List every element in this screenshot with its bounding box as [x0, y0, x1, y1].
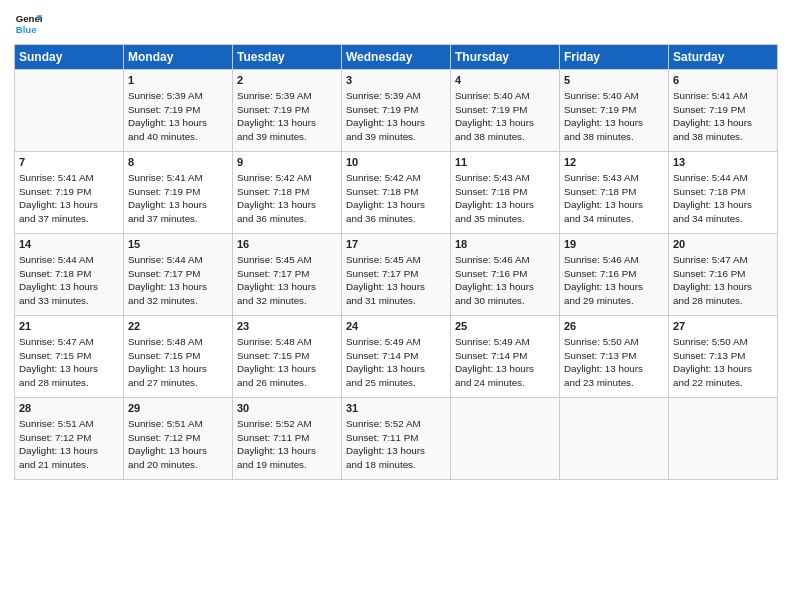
cell-content: Sunrise: 5:43 AM Sunset: 7:18 PM Dayligh…	[455, 171, 555, 225]
cell-content: Sunrise: 5:39 AM Sunset: 7:19 PM Dayligh…	[128, 89, 228, 143]
day-number: 3	[346, 73, 446, 88]
day-number: 21	[19, 319, 119, 334]
cell-content: Sunrise: 5:39 AM Sunset: 7:19 PM Dayligh…	[237, 89, 337, 143]
cell-content: Sunrise: 5:41 AM Sunset: 7:19 PM Dayligh…	[19, 171, 119, 225]
calendar-cell: 10Sunrise: 5:42 AM Sunset: 7:18 PM Dayli…	[342, 152, 451, 234]
day-number: 20	[673, 237, 773, 252]
day-number: 26	[564, 319, 664, 334]
calendar-cell: 22Sunrise: 5:48 AM Sunset: 7:15 PM Dayli…	[124, 316, 233, 398]
day-number: 25	[455, 319, 555, 334]
cell-content: Sunrise: 5:50 AM Sunset: 7:13 PM Dayligh…	[564, 335, 664, 389]
cell-content: Sunrise: 5:51 AM Sunset: 7:12 PM Dayligh…	[19, 417, 119, 471]
calendar-table: SundayMondayTuesdayWednesdayThursdayFrid…	[14, 44, 778, 480]
col-header-tuesday: Tuesday	[233, 45, 342, 70]
page: General Blue SundayMondayTuesdayWednesda…	[0, 0, 792, 612]
col-header-thursday: Thursday	[451, 45, 560, 70]
calendar-week-1: 1Sunrise: 5:39 AM Sunset: 7:19 PM Daylig…	[15, 70, 778, 152]
cell-content: Sunrise: 5:44 AM Sunset: 7:18 PM Dayligh…	[19, 253, 119, 307]
calendar-cell: 14Sunrise: 5:44 AM Sunset: 7:18 PM Dayli…	[15, 234, 124, 316]
day-number: 17	[346, 237, 446, 252]
cell-content: Sunrise: 5:41 AM Sunset: 7:19 PM Dayligh…	[128, 171, 228, 225]
day-number: 18	[455, 237, 555, 252]
cell-content: Sunrise: 5:42 AM Sunset: 7:18 PM Dayligh…	[237, 171, 337, 225]
calendar-cell: 17Sunrise: 5:45 AM Sunset: 7:17 PM Dayli…	[342, 234, 451, 316]
cell-content: Sunrise: 5:47 AM Sunset: 7:16 PM Dayligh…	[673, 253, 773, 307]
calendar-cell: 19Sunrise: 5:46 AM Sunset: 7:16 PM Dayli…	[560, 234, 669, 316]
cell-content: Sunrise: 5:40 AM Sunset: 7:19 PM Dayligh…	[564, 89, 664, 143]
calendar-cell: 5Sunrise: 5:40 AM Sunset: 7:19 PM Daylig…	[560, 70, 669, 152]
cell-content: Sunrise: 5:50 AM Sunset: 7:13 PM Dayligh…	[673, 335, 773, 389]
day-number: 23	[237, 319, 337, 334]
day-number: 1	[128, 73, 228, 88]
day-number: 27	[673, 319, 773, 334]
cell-content: Sunrise: 5:41 AM Sunset: 7:19 PM Dayligh…	[673, 89, 773, 143]
day-number: 11	[455, 155, 555, 170]
day-number: 31	[346, 401, 446, 416]
calendar-cell: 12Sunrise: 5:43 AM Sunset: 7:18 PM Dayli…	[560, 152, 669, 234]
calendar-cell: 30Sunrise: 5:52 AM Sunset: 7:11 PM Dayli…	[233, 398, 342, 480]
calendar-cell: 2Sunrise: 5:39 AM Sunset: 7:19 PM Daylig…	[233, 70, 342, 152]
cell-content: Sunrise: 5:44 AM Sunset: 7:18 PM Dayligh…	[673, 171, 773, 225]
day-number: 19	[564, 237, 664, 252]
calendar-cell: 15Sunrise: 5:44 AM Sunset: 7:17 PM Dayli…	[124, 234, 233, 316]
day-number: 12	[564, 155, 664, 170]
logo-icon: General Blue	[14, 10, 42, 38]
cell-content: Sunrise: 5:48 AM Sunset: 7:15 PM Dayligh…	[237, 335, 337, 389]
cell-content: Sunrise: 5:43 AM Sunset: 7:18 PM Dayligh…	[564, 171, 664, 225]
day-number: 15	[128, 237, 228, 252]
day-number: 10	[346, 155, 446, 170]
calendar-cell: 1Sunrise: 5:39 AM Sunset: 7:19 PM Daylig…	[124, 70, 233, 152]
day-number: 28	[19, 401, 119, 416]
calendar-cell: 31Sunrise: 5:52 AM Sunset: 7:11 PM Dayli…	[342, 398, 451, 480]
day-number: 2	[237, 73, 337, 88]
calendar-week-5: 28Sunrise: 5:51 AM Sunset: 7:12 PM Dayli…	[15, 398, 778, 480]
day-number: 14	[19, 237, 119, 252]
svg-text:Blue: Blue	[16, 24, 37, 35]
calendar-cell: 4Sunrise: 5:40 AM Sunset: 7:19 PM Daylig…	[451, 70, 560, 152]
calendar-cell: 13Sunrise: 5:44 AM Sunset: 7:18 PM Dayli…	[669, 152, 778, 234]
col-header-saturday: Saturday	[669, 45, 778, 70]
calendar-week-3: 14Sunrise: 5:44 AM Sunset: 7:18 PM Dayli…	[15, 234, 778, 316]
day-number: 16	[237, 237, 337, 252]
calendar-cell: 8Sunrise: 5:41 AM Sunset: 7:19 PM Daylig…	[124, 152, 233, 234]
cell-content: Sunrise: 5:45 AM Sunset: 7:17 PM Dayligh…	[346, 253, 446, 307]
calendar-cell: 16Sunrise: 5:45 AM Sunset: 7:17 PM Dayli…	[233, 234, 342, 316]
col-header-wednesday: Wednesday	[342, 45, 451, 70]
calendar-cell: 7Sunrise: 5:41 AM Sunset: 7:19 PM Daylig…	[15, 152, 124, 234]
calendar-cell: 29Sunrise: 5:51 AM Sunset: 7:12 PM Dayli…	[124, 398, 233, 480]
cell-content: Sunrise: 5:52 AM Sunset: 7:11 PM Dayligh…	[346, 417, 446, 471]
day-number: 24	[346, 319, 446, 334]
calendar-cell: 24Sunrise: 5:49 AM Sunset: 7:14 PM Dayli…	[342, 316, 451, 398]
calendar-cell: 21Sunrise: 5:47 AM Sunset: 7:15 PM Dayli…	[15, 316, 124, 398]
calendar-cell	[560, 398, 669, 480]
cell-content: Sunrise: 5:49 AM Sunset: 7:14 PM Dayligh…	[346, 335, 446, 389]
day-number: 13	[673, 155, 773, 170]
day-number: 7	[19, 155, 119, 170]
calendar-cell: 11Sunrise: 5:43 AM Sunset: 7:18 PM Dayli…	[451, 152, 560, 234]
col-header-friday: Friday	[560, 45, 669, 70]
cell-content: Sunrise: 5:49 AM Sunset: 7:14 PM Dayligh…	[455, 335, 555, 389]
calendar-cell: 18Sunrise: 5:46 AM Sunset: 7:16 PM Dayli…	[451, 234, 560, 316]
calendar-cell: 23Sunrise: 5:48 AM Sunset: 7:15 PM Dayli…	[233, 316, 342, 398]
calendar-cell: 9Sunrise: 5:42 AM Sunset: 7:18 PM Daylig…	[233, 152, 342, 234]
day-number: 5	[564, 73, 664, 88]
cell-content: Sunrise: 5:40 AM Sunset: 7:19 PM Dayligh…	[455, 89, 555, 143]
day-number: 6	[673, 73, 773, 88]
cell-content: Sunrise: 5:48 AM Sunset: 7:15 PM Dayligh…	[128, 335, 228, 389]
cell-content: Sunrise: 5:39 AM Sunset: 7:19 PM Dayligh…	[346, 89, 446, 143]
col-header-monday: Monday	[124, 45, 233, 70]
calendar-cell: 25Sunrise: 5:49 AM Sunset: 7:14 PM Dayli…	[451, 316, 560, 398]
calendar-week-4: 21Sunrise: 5:47 AM Sunset: 7:15 PM Dayli…	[15, 316, 778, 398]
cell-content: Sunrise: 5:47 AM Sunset: 7:15 PM Dayligh…	[19, 335, 119, 389]
calendar-cell	[15, 70, 124, 152]
day-number: 4	[455, 73, 555, 88]
cell-content: Sunrise: 5:42 AM Sunset: 7:18 PM Dayligh…	[346, 171, 446, 225]
cell-content: Sunrise: 5:46 AM Sunset: 7:16 PM Dayligh…	[455, 253, 555, 307]
calendar-week-2: 7Sunrise: 5:41 AM Sunset: 7:19 PM Daylig…	[15, 152, 778, 234]
calendar-cell: 3Sunrise: 5:39 AM Sunset: 7:19 PM Daylig…	[342, 70, 451, 152]
col-header-sunday: Sunday	[15, 45, 124, 70]
day-number: 9	[237, 155, 337, 170]
calendar-cell: 26Sunrise: 5:50 AM Sunset: 7:13 PM Dayli…	[560, 316, 669, 398]
cell-content: Sunrise: 5:46 AM Sunset: 7:16 PM Dayligh…	[564, 253, 664, 307]
calendar-cell	[451, 398, 560, 480]
